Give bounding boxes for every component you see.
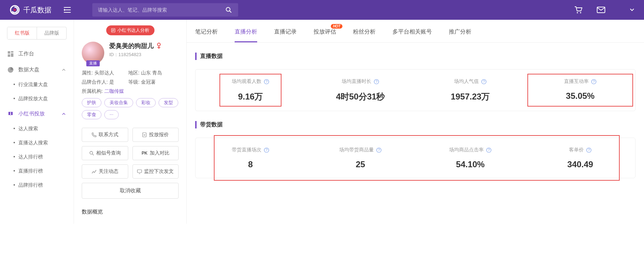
version-tab-brand[interactable]: 品牌版 xyxy=(37,27,66,39)
profile-id: ID：118254823 xyxy=(109,52,179,58)
pk-icon: PK xyxy=(142,151,148,156)
svg-text:¥: ¥ xyxy=(143,133,145,137)
logo-icon xyxy=(10,5,20,15)
tab-fans[interactable]: 粉丝分析 xyxy=(353,28,376,42)
avatar[interactable]: 直播 xyxy=(82,42,104,64)
follow-button[interactable]: 关注动态 xyxy=(82,164,128,179)
search-icon xyxy=(225,7,232,13)
stat-avg-goods: 场均带货商品量 ? 25 xyxy=(305,146,415,169)
stat-value: 340.49 xyxy=(525,159,635,169)
menu-toggle-icon[interactable] xyxy=(63,7,71,13)
search-button[interactable] xyxy=(219,3,238,17)
stat-click-rate: 场均商品点击率 ? 54.10% xyxy=(415,146,525,169)
header-right xyxy=(574,6,634,14)
attr-level: 等级: 金冠薯 xyxy=(128,79,156,85)
svg-text:?: ? xyxy=(265,148,267,152)
header: 千瓜数据 xyxy=(0,0,644,20)
tag[interactable]: 发型 xyxy=(159,98,178,107)
tab-multi-platform[interactable]: 多平台相关账号 xyxy=(392,28,432,42)
stat-label: 客单价 xyxy=(569,147,584,153)
contact-button[interactable]: 联系方式 xyxy=(82,128,128,142)
book-small-icon xyxy=(111,28,115,32)
stat-value: 4时50分31秒 xyxy=(305,91,415,102)
svg-text:?: ? xyxy=(483,80,485,84)
live-data-section: 直播数据 xyxy=(187,43,644,63)
help-icon[interactable]: ? xyxy=(373,79,379,84)
sidebar-sub-live-kol-search[interactable]: 直播达人搜索 xyxy=(0,136,74,150)
logo[interactable]: 千瓜数据 xyxy=(10,5,51,15)
sidebar-item-label: 小红书投放 xyxy=(18,110,45,117)
svg-point-0 xyxy=(14,9,16,11)
sidebar-item-dashboard[interactable]: 工作台 xyxy=(0,46,74,62)
tag[interactable]: 美妆合集 xyxy=(104,98,133,107)
tab-live[interactable]: 直播分析 xyxy=(235,28,257,42)
org-link[interactable]: 二咖传媒 xyxy=(104,88,124,94)
cancel-favorite-button[interactable]: 取消收藏 xyxy=(82,183,179,199)
mail-icon[interactable] xyxy=(597,7,605,13)
tag[interactable]: 护肤 xyxy=(82,98,101,107)
search-input[interactable] xyxy=(92,3,219,17)
stat-avg-viewers: 场均观看人数 ? 9.16万 xyxy=(196,78,305,102)
stat-value: 25 xyxy=(305,159,415,169)
tag[interactable]: 彩妆 xyxy=(136,98,156,107)
phone-icon xyxy=(92,132,97,137)
analysis-badge-label: 小红书达人分析 xyxy=(117,27,149,34)
svg-rect-7 xyxy=(11,51,13,53)
version-tabs: 红书版 品牌版 xyxy=(7,27,67,40)
similar-button[interactable]: 相似号查询 xyxy=(82,146,128,160)
help-icon[interactable]: ? xyxy=(264,147,269,153)
tags: 护肤 美妆合集 彩妆 发型 零食 ··· xyxy=(82,98,179,119)
tab-notes[interactable]: 笔记分析 xyxy=(195,28,218,42)
profile-head: 直播 爱臭美的狗甜儿 ID：118254823 xyxy=(82,42,179,64)
quote-button[interactable]: ¥ 投放报价 xyxy=(132,128,179,142)
stat-label: 带货直播场次 xyxy=(232,147,261,153)
tag[interactable]: 零食 xyxy=(82,110,101,119)
svg-rect-9 xyxy=(8,54,10,57)
tag-more[interactable]: ··· xyxy=(104,110,119,119)
highlight-box xyxy=(527,74,633,107)
sidebar-sub-industry[interactable]: 行业流量大盘 xyxy=(0,78,74,92)
svg-text:?: ? xyxy=(375,80,377,84)
sidebar-sub-kol-search[interactable]: 达人搜索 xyxy=(0,122,74,136)
overview-title: 数据概览 xyxy=(82,209,179,215)
monitor-button[interactable]: 监控下次发文 xyxy=(132,164,179,179)
female-icon xyxy=(156,43,161,49)
version-tab-redbook[interactable]: 红书版 xyxy=(7,27,37,39)
svg-text:?: ? xyxy=(588,148,590,152)
quote-icon: ¥ xyxy=(142,132,147,137)
help-icon[interactable]: ? xyxy=(481,79,487,84)
sidebar-group-xhs[interactable]: 小红书投放 xyxy=(0,106,74,122)
sidebar-sub-brand-rank[interactable]: 品牌排行榜 xyxy=(0,178,74,192)
svg-point-14 xyxy=(157,43,160,46)
help-icon[interactable]: ? xyxy=(586,147,592,153)
sidebar-sub-brand-placement[interactable]: 品牌投放大盘 xyxy=(0,92,74,106)
grid-icon xyxy=(8,51,15,57)
tab-live-record[interactable]: 直播记录 xyxy=(274,28,297,42)
sales-data-section: 带货数据 xyxy=(187,111,644,131)
help-icon[interactable]: ? xyxy=(486,147,491,153)
stat-value: 8 xyxy=(196,159,305,169)
sidebar-group-data[interactable]: 数据大盘 xyxy=(0,62,74,78)
sidebar-sub-live-rank[interactable]: 直播排行榜 xyxy=(0,164,74,178)
stat-avg-duration: 场均直播时长 ? 4时50分31秒 xyxy=(305,78,415,102)
cart-icon[interactable] xyxy=(574,6,583,14)
attr-org-label: 所属机构: 二咖传媒 xyxy=(82,88,124,95)
live-badge: 直播 xyxy=(86,60,100,66)
attr-region: 地区: 山东 青岛 xyxy=(128,70,162,76)
monitor-icon xyxy=(137,169,142,174)
chevron-up-icon xyxy=(62,112,66,116)
tab-placement[interactable]: 投放评估 HOT xyxy=(314,28,336,42)
tab-promotion[interactable]: 推广分析 xyxy=(449,28,471,42)
svg-text:?: ? xyxy=(378,148,380,152)
stat-live-count: 带货直播场次 ? 8 xyxy=(196,146,305,169)
compare-button[interactable]: PK 加入对比 xyxy=(132,146,179,160)
user-dropdown[interactable] xyxy=(630,8,634,11)
tabs: 笔记分析 直播分析 直播记录 投放评估 HOT 粉丝分析 多平台相关账号 推广分… xyxy=(187,20,644,43)
book-icon xyxy=(8,111,15,117)
help-icon[interactable]: ? xyxy=(376,147,382,153)
sidebar-sub-kol-rank[interactable]: 达人排行榜 xyxy=(0,150,74,164)
section-title: 直播数据 xyxy=(195,53,636,60)
profile-name: 爱臭美的狗甜儿 xyxy=(109,42,154,50)
svg-rect-6 xyxy=(8,51,10,54)
chevron-up-icon xyxy=(62,68,66,72)
